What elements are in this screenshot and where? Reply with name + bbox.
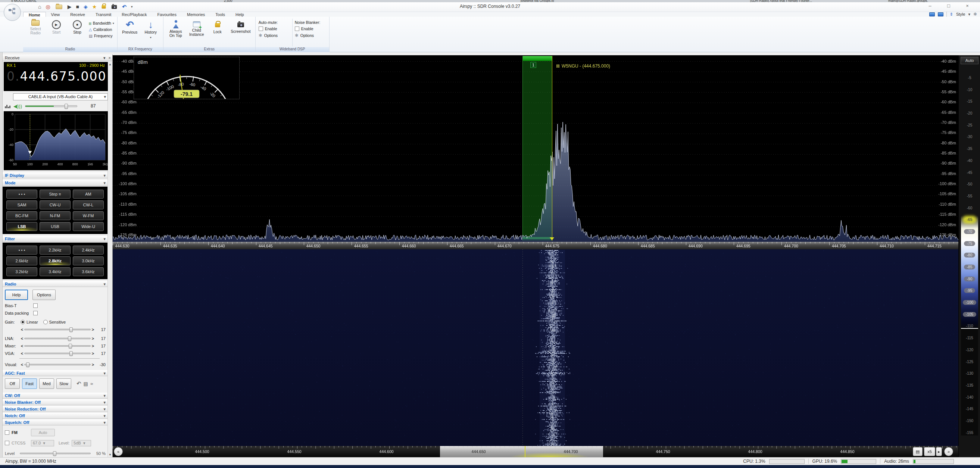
mode-button[interactable]: • • • — [6, 189, 37, 199]
ribbon-tab[interactable]: Transmit — [90, 12, 116, 17]
gain-slider[interactable] — [24, 329, 91, 330]
calibration-button[interactable]: △ Calibration — [89, 27, 114, 32]
section-filter[interactable]: Filter▾ — [3, 236, 108, 242]
checkbox[interactable] — [259, 27, 263, 31]
section-cw[interactable]: CW: Off▾ — [3, 393, 108, 399]
palette-legend[interactable]: -5-10-15-20-25-30-35-40-45-50-55-60-65-7… — [961, 75, 978, 436]
frequency-button[interactable]: ▤ Frequency — [89, 33, 114, 38]
fm-checkbox[interactable] — [5, 430, 10, 435]
options-button[interactable]: Options — [32, 290, 56, 300]
select-radio-button[interactable]: Select Radio — [26, 19, 45, 46]
ctcss-level-select[interactable]: 5dB▾ — [72, 440, 91, 446]
tuned-frequency-line[interactable] — [552, 56, 552, 241]
palette-value[interactable]: -120 — [961, 347, 978, 353]
monitor-icon-1[interactable] — [929, 12, 935, 16]
chevron-down-icon[interactable]: ▾ — [103, 413, 106, 419]
screenshot-button[interactable]: Screenshot — [229, 19, 252, 46]
ribbon-tab[interactable]: View — [46, 12, 65, 17]
volume-slider-thumb[interactable] — [65, 104, 68, 109]
palette-value[interactable]: -150 — [961, 419, 978, 423]
always-on-top-button[interactable]: Always On Top — [167, 19, 185, 46]
filter-button[interactable]: 3.2kHz — [6, 267, 37, 276]
mode-button[interactable]: Wide-U — [73, 222, 104, 231]
gain-linear-radio[interactable] — [21, 320, 25, 324]
mode-button[interactable]: SAM — [6, 201, 37, 209]
frequency-navigator[interactable]: 444.500444.550444.600444.650444.700444.7… — [113, 446, 958, 457]
style-menu-label[interactable]: Style — [956, 12, 965, 16]
palette-value[interactable]: -155 — [961, 430, 978, 436]
noise-blanker-enable[interactable]: Enable — [295, 27, 326, 31]
increment-icon[interactable]: > — [91, 327, 95, 332]
tuned-frequency[interactable]: 0.444.675.000 — [7, 69, 105, 84]
ribbon-tab[interactable]: Memories — [182, 12, 210, 17]
mixer-slider[interactable] — [24, 345, 91, 347]
palette-value[interactable]: -105 — [961, 312, 978, 317]
increment-icon[interactable]: > — [91, 351, 95, 356]
section-noise-reduction[interactable]: Noise Reduction: Off▾ — [3, 406, 108, 412]
visual-slider[interactable] — [24, 364, 91, 365]
mode-button[interactable]: LSB — [6, 222, 37, 231]
zoom-step-button[interactable]: ▸ — [936, 447, 942, 456]
swap-display-icon[interactable]: ⇕ — [950, 12, 953, 17]
chevron-down-icon[interactable]: ▾ — [103, 236, 106, 242]
chevron-down-icon[interactable]: ▾ — [103, 420, 106, 425]
waterfall-display[interactable] — [113, 249, 958, 446]
palette-value[interactable]: -35 — [961, 146, 978, 151]
section-squelch[interactable]: Squelch: Off▾ — [3, 419, 108, 425]
auto-mute-enable[interactable]: Enable — [259, 27, 290, 31]
section-notch[interactable]: Notch: Off▾ — [3, 413, 108, 419]
levels-icon[interactable] — [5, 104, 10, 108]
auto-mute-options[interactable]: ✱Options — [259, 33, 290, 38]
palette-value[interactable]: -30 — [961, 134, 978, 140]
panel-menu-icon[interactable]: ▾ — [103, 54, 106, 61]
speaker-icon[interactable]: ◀))) — [13, 103, 22, 109]
mode-button[interactable]: Step ≡ — [40, 189, 70, 199]
ribbon-tab[interactable]: Tools — [210, 12, 230, 17]
panel-scrollbar[interactable]: ▲ ▼ — [108, 62, 112, 457]
agc-button[interactable]: Slow — [56, 379, 71, 389]
maximize-button[interactable]: □ — [945, 3, 952, 9]
lna-slider-thumb[interactable] — [68, 336, 71, 341]
waterfall-canvas[interactable] — [113, 249, 958, 446]
section-if-display[interactable]: IF Display▾ — [3, 172, 108, 178]
zoom-level-button[interactable]: x5 — [924, 447, 935, 456]
chevron-down-icon[interactable]: ▾ — [103, 371, 106, 376]
palette-value[interactable]: -20 — [961, 111, 978, 116]
style-caret-icon[interactable]: ▾ — [968, 12, 970, 17]
filter-button[interactable]: 2.2kHz — [40, 245, 70, 255]
vga-slider-thumb[interactable] — [69, 351, 73, 356]
level-slider-thumb[interactable] — [53, 451, 56, 456]
chevron-down-icon[interactable]: ▾ — [103, 400, 106, 405]
filter-button[interactable]: 3.0kHz — [73, 256, 104, 265]
chevron-down-icon[interactable]: ▾ — [103, 406, 106, 412]
chevron-down-icon[interactable]: ▾ — [103, 180, 106, 186]
stop-button[interactable]: ■ Stop — [68, 19, 87, 46]
scroll-up-icon[interactable]: ▲ — [108, 63, 112, 66]
filter-button[interactable]: 3.4kHz — [40, 267, 70, 276]
mode-button[interactable]: AM — [73, 189, 104, 199]
palette-value[interactable]: -115 — [961, 336, 978, 341]
agc-button[interactable]: Off — [5, 379, 20, 389]
ctcss-checkbox[interactable] — [5, 441, 10, 445]
filter-button[interactable]: 2.4kHz — [73, 245, 104, 255]
palette-value[interactable]: -55 — [961, 194, 978, 199]
mode-button[interactable]: BC-FM — [6, 211, 37, 220]
receive-panel-header[interactable]: Receive ▾ × — [3, 54, 112, 61]
child-instance-button[interactable]: Child Instance — [187, 19, 206, 46]
level-slider[interactable] — [20, 453, 91, 454]
graph-icon[interactable]: ≈ — [90, 381, 93, 387]
palette-value[interactable]: -75 — [961, 241, 978, 246]
gear-icon[interactable]: ✱ — [973, 11, 977, 17]
decrement-icon[interactable]: < — [20, 362, 24, 367]
decrement-icon[interactable]: < — [20, 336, 24, 341]
chevron-down-icon[interactable]: ▾ — [103, 393, 106, 399]
scroll-down-icon[interactable]: ▼ — [108, 453, 112, 457]
checkbox[interactable] — [295, 27, 299, 31]
start-button[interactable]: ▶ Start — [47, 19, 66, 46]
increment-icon[interactable]: > — [91, 336, 95, 341]
palette-value[interactable]: -50 — [961, 182, 978, 187]
frequency-ruler[interactable]: 444.630444.635444.640444.645444.650444.6… — [113, 242, 958, 249]
mode-button[interactable]: W-FM — [73, 211, 104, 220]
keypad-icon[interactable]: ▤ — [84, 381, 88, 387]
ribbon-tab[interactable]: Rec/Playback — [116, 12, 152, 17]
